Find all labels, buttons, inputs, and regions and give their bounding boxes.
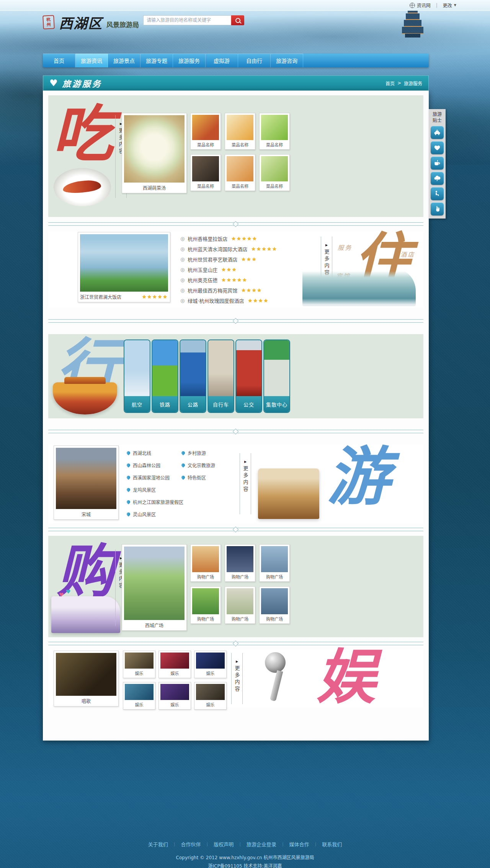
weather-tip-button[interactable] [431,172,444,185]
shop-card[interactable]: 购物广场 [259,586,290,624]
transport-card-rail[interactable]: 铁路 [152,339,178,413]
guide-tip-button[interactable] [431,202,444,215]
transport-card-bus[interactable]: 公交 [235,339,262,413]
nav-item-travel-news[interactable]: 旅游资讯 [75,54,108,67]
footer-link-about[interactable]: 关于我们 [148,840,168,848]
nav-item-home[interactable]: 首页 [43,54,75,67]
tour-link[interactable]: 特色街区 [181,473,215,481]
chevron-down-icon: ▼ [454,3,456,7]
search-button[interactable] [231,15,244,25]
hotel-star-rating: ★★★★★ [251,246,277,252]
hotel-list-item[interactable]: ◎杭州世贸君亭艺联酒店★★★ [180,254,278,264]
seal-char: 州 [47,22,51,28]
shop-featured-card[interactable]: 西城广场 [122,544,187,631]
eat-featured-card[interactable]: 西湖莼菜汤 [122,113,187,193]
fun-card[interactable]: 娱乐 [194,682,227,710]
footer-link-contact[interactable]: 联系我们 [322,840,342,848]
fun-more-link[interactable]: ▶ 更多内容 [231,653,243,704]
shop-card[interactable]: 购物广场 [190,586,221,624]
nav-item-services[interactable]: 旅游服务 [173,54,206,67]
dish-card[interactable]: 菜品名称 [225,154,255,191]
fun-card[interactable]: 娱乐 [123,651,155,678]
transport-label: 自行车 [208,396,234,412]
dish-card[interactable]: 菜品名称 [259,113,290,150]
tour-featured-card[interactable]: 宋城 [54,445,119,520]
tour-link[interactable]: 西山森林公园 [127,461,183,469]
fun-card[interactable]: 娱乐 [158,682,191,710]
transport-card-hub[interactable]: 集散中心 [263,339,290,413]
stay-featured-card[interactable]: 浙江世贸君澜大饭店 ★★★★★ [78,232,170,302]
change-dropdown[interactable]: 更改 ▼ [443,2,456,8]
fun-card[interactable]: 娱乐 [194,651,227,678]
transport-card-air[interactable]: 航空 [124,339,150,413]
taxi-tip-button[interactable] [431,126,444,139]
hotel-list-item[interactable]: ◎杭州蓝天清水湾国际大酒店★★★★★ [180,244,278,254]
favorites-tip-button[interactable] [431,141,444,154]
dish-card[interactable]: 菜品名称 [190,113,221,150]
shop-card[interactable]: 购物广场 [190,544,221,582]
tour-link[interactable]: 文化宗教旅游 [181,461,215,469]
tour-link[interactable]: 西溪国家湿地公园 [127,473,183,481]
footer-separator: | [206,842,208,847]
transport-label: 公交 [236,396,261,412]
shop-image [261,546,288,572]
transport-card-road[interactable]: 公路 [180,339,206,413]
hotel-name: 绿城·杭州玫瑰园度假酒店 [188,297,244,304]
fun-card[interactable]: 娱乐 [158,651,191,678]
tour-link-label: 西山森林公园 [133,462,160,468]
hotel-list-item[interactable]: ◎绿城·杭州玫瑰园度假酒店★★★★ [180,295,278,306]
hotel-list-item[interactable]: ◎杭州奥克伍德★★★★★ [180,275,278,285]
tour-link[interactable]: 乡村旅游 [181,449,215,457]
footer-link-copyright[interactable]: 版权声明 [214,840,234,848]
footer-link-partners[interactable]: 合作伙伴 [181,840,201,848]
nav-item-attractions[interactable]: 旅游景点 [108,54,140,67]
site-header: 杭 州 西湖区 风景旅游局 [43,11,429,34]
site-subtitle: 风景旅游局 [106,20,139,29]
breadcrumb-home-link[interactable]: 首页 [385,80,395,86]
nav-item-consulting[interactable]: 旅游咨询 [271,54,303,67]
dish-image [192,115,219,140]
footer-link-enterprise-login[interactable]: 旅游企业登录 [247,840,276,848]
coffee-icon [433,159,441,167]
breadcrumb-separator: > [397,80,401,86]
footer-separator: | [239,842,241,847]
ancient-gate-image [258,468,319,519]
news-site-link[interactable]: 资讯网 [410,2,431,8]
dish-card[interactable]: 菜品名称 [259,154,290,191]
shop-card[interactable]: 购物广场 [259,544,290,582]
tour-more-link[interactable]: ▶ 更多内容 [240,453,251,514]
hotel-star-rating: ★★★★★ [142,294,168,300]
tour-link-label: 文化宗教旅游 [188,462,215,468]
hotel-list-item[interactable]: ◎杭州玉皇山庄★★★ [180,264,278,275]
nav-item-virtual-tour[interactable]: 虚拟游 [206,54,238,67]
rest-area-tip-button[interactable] [431,187,444,200]
tour-link[interactable]: 龙坞风景区 [127,485,183,494]
hotel-name: 杭州蓝天清水湾国际大酒店 [188,245,247,253]
tour-link[interactable]: 杭州之江国家旅游度假区 [127,498,183,506]
fun-featured-card[interactable]: 唱歌 [54,651,119,706]
tour-links-column-1: 西湖北线 西山森林公园 西溪国家湿地公园 龙坞风景区 杭州之江国家旅游度假区 灵… [127,449,183,522]
footer-link-media[interactable]: 媒体合作 [289,840,309,848]
hotel-list-item[interactable]: ◎杭州最佳西方梅苑宾馆★★★★ [180,285,278,295]
songcheng-image [56,448,116,509]
section-divider [48,222,423,226]
stay-featured-caption: 浙江世贸君澜大饭店 [80,294,121,300]
shop-card[interactable]: 购物广场 [225,586,255,624]
news-site-label[interactable]: 资讯网 [417,2,431,8]
dish-card[interactable]: 菜品名称 [190,154,221,191]
hand-pointer-icon [433,205,441,213]
fun-card[interactable]: 娱乐 [123,682,155,710]
shop-card[interactable]: 购物广场 [225,544,255,582]
transport-card-bicycle[interactable]: 自行车 [207,339,234,413]
microphone-head [265,652,286,673]
nav-item-topics[interactable]: 旅游专题 [140,54,173,67]
eat-thumb-grid: 菜品名称 菜品名称 菜品名称 菜品名称 菜品名称 菜品名称 [190,113,290,191]
nav-item-free-travel[interactable]: 自由行 [238,54,271,67]
hotel-list-item[interactable]: ◎杭州香格里拉饭店★★★★★ [180,233,278,244]
dish-card[interactable]: 菜品名称 [225,113,255,150]
search-input[interactable] [143,15,231,25]
tour-link[interactable]: 西湖北线 [127,449,183,457]
tour-link[interactable]: 灵山风景区 [127,510,183,518]
shop-caption: 购物广场 [227,614,253,622]
dining-cost-tip-button[interactable] [431,157,444,170]
